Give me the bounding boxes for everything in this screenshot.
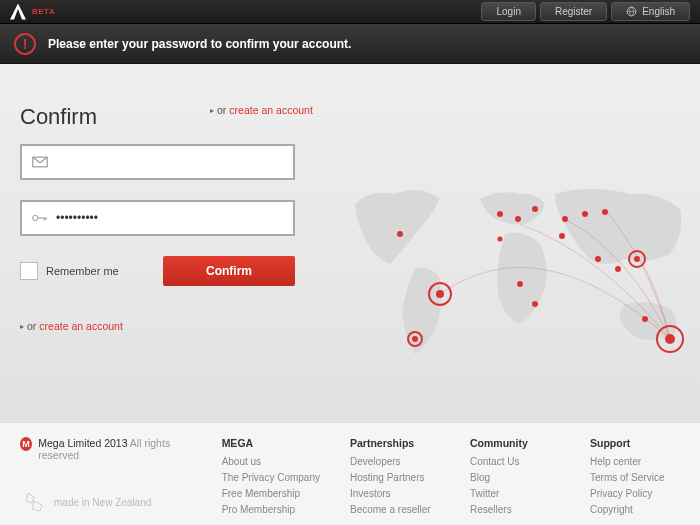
- confirm-button[interactable]: Confirm: [163, 256, 295, 286]
- footer-link[interactable]: The Privacy Company: [222, 472, 320, 483]
- footer-link[interactable]: About us: [222, 456, 320, 467]
- top-header: BETA Login Register English: [0, 0, 700, 24]
- footer-link[interactable]: Contact Us: [470, 456, 560, 467]
- alert-icon: !: [14, 33, 36, 55]
- footer-col-community: Community Contact Us Blog Twitter Resell…: [470, 437, 560, 515]
- footer-link[interactable]: Investors: [350, 488, 440, 499]
- svg-point-21: [532, 301, 538, 307]
- svg-point-20: [517, 281, 523, 287]
- or-text: or: [217, 104, 226, 116]
- language-label: English: [642, 6, 675, 17]
- footer-link[interactable]: Become a reseller: [350, 504, 440, 515]
- footer-col-title: Partnerships: [350, 437, 440, 449]
- footer-link[interactable]: Privacy Policy: [590, 488, 680, 499]
- svg-point-11: [665, 334, 675, 344]
- logo-icon: [10, 4, 26, 20]
- svg-point-15: [634, 256, 640, 262]
- triangle-icon: ▸: [210, 106, 214, 115]
- login-button[interactable]: Login: [481, 2, 535, 21]
- logo-area: BETA: [10, 4, 55, 20]
- svg-point-9: [436, 290, 444, 298]
- nz-map-icon: [20, 491, 48, 513]
- email-input-wrap[interactable]: [20, 144, 295, 180]
- alert-text: Please enter your password to confirm yo…: [48, 37, 351, 51]
- svg-point-24: [582, 211, 588, 217]
- footer-link[interactable]: Resellers: [470, 504, 560, 515]
- password-field[interactable]: [56, 211, 283, 225]
- confirm-form: Confirm ▸ or create an account Remember …: [20, 104, 320, 332]
- mega-badge-icon: M: [20, 437, 32, 451]
- svg-point-27: [615, 266, 621, 272]
- footer-link[interactable]: Blog: [470, 472, 560, 483]
- form-actions-row: Remember me Confirm: [20, 256, 295, 286]
- email-field[interactable]: [56, 155, 283, 169]
- svg-point-4: [33, 215, 38, 220]
- envelope-icon: [32, 156, 48, 168]
- svg-point-17: [497, 211, 503, 217]
- footer-link[interactable]: Free Membership: [222, 488, 320, 499]
- main-content: Confirm ▸ or create an account Remember …: [0, 64, 700, 397]
- register-button[interactable]: Register: [540, 2, 607, 21]
- password-input-wrap[interactable]: [20, 200, 295, 236]
- footer-col-title: MEGA: [222, 437, 320, 449]
- footer-col-partnerships: Partnerships Developers Hosting Partners…: [350, 437, 440, 515]
- made-in-nz: made in New Zealand: [20, 491, 151, 513]
- key-icon: [32, 212, 48, 224]
- beta-badge: BETA: [32, 7, 55, 16]
- footer-col-mega: MEGA About us The Privacy Company Free M…: [222, 437, 320, 515]
- header-actions: Login Register English: [481, 2, 690, 21]
- footer-col-title: Community: [470, 437, 560, 449]
- remember-me[interactable]: Remember me: [20, 262, 119, 280]
- alert-bar: ! Please enter your password to confirm …: [0, 24, 700, 64]
- triangle-icon: ▸: [20, 322, 24, 331]
- footer-link[interactable]: Twitter: [470, 488, 560, 499]
- create-account-link-top[interactable]: create an account: [229, 104, 312, 116]
- footer-link[interactable]: Copyright: [590, 504, 680, 515]
- remember-label: Remember me: [46, 265, 119, 277]
- svg-point-25: [602, 209, 608, 215]
- svg-point-16: [397, 231, 403, 237]
- company-name: Mega Limited 2013: [38, 437, 127, 449]
- copyright-text: Mega Limited 2013 All rights reserved: [38, 437, 191, 461]
- made-in-text: made in New Zealand: [54, 497, 151, 508]
- footer-col-support: Support Help center Terms of Service Pri…: [590, 437, 680, 515]
- svg-point-28: [642, 316, 648, 322]
- svg-point-13: [412, 336, 418, 342]
- svg-point-26: [595, 256, 601, 262]
- create-account-link-bottom[interactable]: create an account: [39, 320, 122, 332]
- svg-point-19: [532, 206, 538, 212]
- top-create-link-row: ▸ or create an account: [210, 104, 313, 116]
- footer-link[interactable]: Hosting Partners: [350, 472, 440, 483]
- or-text-bottom: or: [27, 320, 36, 332]
- language-button[interactable]: English: [611, 2, 690, 21]
- footer-link[interactable]: Terms of Service: [590, 472, 680, 483]
- svg-point-18: [515, 216, 521, 222]
- footer-link[interactable]: Pro Membership: [222, 504, 320, 515]
- svg-point-23: [559, 233, 565, 239]
- svg-point-22: [562, 216, 568, 222]
- globe-icon: [626, 6, 637, 17]
- world-map: [340, 164, 700, 384]
- footer-col-title: Support: [590, 437, 680, 449]
- remember-checkbox[interactable]: [20, 262, 38, 280]
- svg-point-29: [498, 237, 503, 242]
- footer-link[interactable]: Help center: [590, 456, 680, 467]
- bottom-create-link-row: ▸ or create an account: [20, 320, 320, 332]
- footer-link[interactable]: Developers: [350, 456, 440, 467]
